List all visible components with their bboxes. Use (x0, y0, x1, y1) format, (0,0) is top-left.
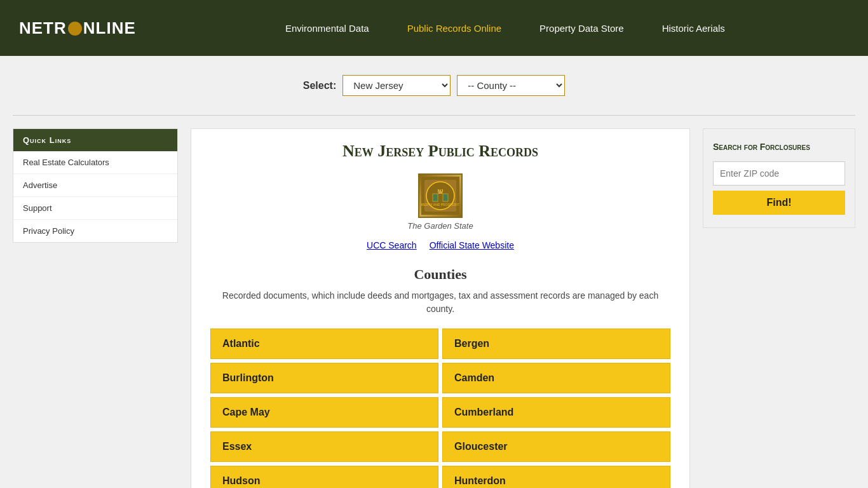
state-links: UCC SearchOfficial State Website (210, 240, 670, 250)
svg-rect-4 (433, 194, 438, 201)
svg-text:LIBERTY AND PROSPERITY: LIBERTY AND PROSPERITY (421, 203, 459, 207)
sidebar-link-privacy[interactable]: Privacy Policy (13, 220, 177, 242)
county-btn-hudson[interactable]: Hudson (210, 466, 438, 488)
select-bar: Select: AlabamaAlaskaArizonaArkansasCali… (13, 69, 855, 102)
state-link-ucc-search[interactable]: UCC Search (367, 240, 417, 250)
county-btn-atlantic[interactable]: Atlantic (210, 329, 438, 359)
sidebar-link-advertise[interactable]: Advertise (13, 174, 177, 197)
zip-input[interactable] (713, 161, 845, 186)
globe-icon (68, 22, 82, 36)
state-link-official-state[interactable]: Official State Website (430, 240, 514, 250)
county-btn-gloucester[interactable]: Gloucester (442, 431, 670, 462)
state-caption: The Garden State (210, 221, 670, 231)
left-sidebar: Quick Links Real Estate CalculatorsAdver… (13, 128, 178, 488)
nav-item-historic-aerials[interactable]: Historic Aerials (643, 0, 744, 56)
sidebar-link-support[interactable]: Support (13, 197, 177, 220)
site-header: NETRNLINE Environmental DataPublic Recor… (0, 0, 868, 56)
divider (13, 115, 855, 116)
find-button[interactable]: Find! (713, 191, 845, 215)
county-btn-camden[interactable]: Camden (442, 363, 670, 393)
counties-section: Counties Recorded documents, which inclu… (210, 266, 670, 488)
nav-item-public-records[interactable]: Public Records Online (388, 0, 520, 56)
svg-rect-5 (443, 194, 448, 201)
state-seal: NJ LIBERTY AND PROSPERITY (418, 173, 463, 218)
county-btn-cape-may[interactable]: Cape May (210, 397, 438, 428)
state-seal-area: NJ LIBERTY AND PROSPERITY The Garden Sta… (210, 173, 670, 231)
county-select[interactable]: -- County -- (457, 75, 565, 96)
county-btn-burlington[interactable]: Burlington (210, 363, 438, 393)
counties-title: Counties (210, 266, 670, 283)
county-btn-bergen[interactable]: Bergen (442, 329, 670, 359)
foreclosure-title: Search for Forclosures (713, 142, 845, 152)
quick-links-title: Quick Links (13, 129, 177, 151)
counties-grid: AtlanticBergenBurlingtonCamdenCape MayCu… (210, 329, 670, 488)
quick-links-box: Quick Links Real Estate CalculatorsAdver… (13, 128, 178, 243)
page-title: New Jersey Public Records (210, 142, 670, 161)
county-btn-essex[interactable]: Essex (210, 431, 438, 462)
content-wrapper: Quick Links Real Estate CalculatorsAdver… (13, 128, 855, 488)
right-sidebar: Search for Forclosures Find! (703, 128, 855, 488)
seal-svg: NJ LIBERTY AND PROSPERITY (421, 177, 459, 215)
counties-desc: Recorded documents, which include deeds … (210, 289, 670, 316)
main-content: New Jersey Public Records NJ LIBERTY AND… (191, 128, 690, 488)
logo-area[interactable]: NETRNLINE (19, 18, 136, 38)
nav-item-property-data[interactable]: Property Data Store (520, 0, 643, 56)
foreclosure-box: Search for Forclosures Find! (703, 128, 855, 228)
site-logo[interactable]: NETRNLINE (19, 18, 136, 38)
select-label: Select: (303, 80, 336, 92)
sidebar-link-real-estate[interactable]: Real Estate Calculators (13, 151, 177, 174)
main-nav: Environmental DataPublic Records OnlineP… (161, 0, 849, 56)
county-btn-cumberland[interactable]: Cumberland (442, 397, 670, 428)
state-select[interactable]: AlabamaAlaskaArizonaArkansasCaliforniaCo… (342, 75, 451, 96)
county-btn-hunterdon[interactable]: Hunterdon (442, 466, 670, 488)
nav-item-environmental[interactable]: Environmental Data (266, 0, 388, 56)
